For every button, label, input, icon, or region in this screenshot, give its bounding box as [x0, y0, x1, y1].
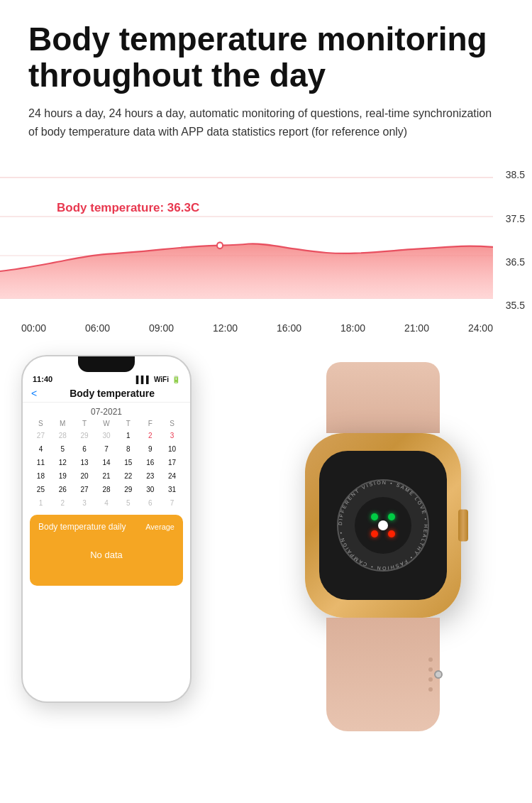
- x-label-2100: 21:00: [404, 322, 429, 334]
- phone-time: 11:40: [33, 375, 52, 383]
- svg-point-13: [388, 530, 395, 537]
- phone-screen: 11:40 ▌▌▌ WiFi 🔋 < Body temperature 07-2…: [23, 356, 190, 701]
- sensor-ring-svg: DIFFERENT VISION • SAME LOVE • HEALTHY •…: [333, 476, 433, 575]
- svg-point-11: [378, 520, 388, 530]
- body-temp-card: Body temperature daily Average No data: [30, 515, 183, 586]
- phone-mockup: 11:40 ▌▌▌ WiFi 🔋 < Body temperature 07-2…: [21, 355, 192, 703]
- calendar-header: S M T W T F S: [30, 420, 183, 427]
- y-label-3: 36.5: [506, 256, 525, 268]
- phone-date-label: 07-2021: [23, 403, 190, 420]
- svg-point-10: [388, 513, 395, 520]
- phone-screen-title: Body temperature: [43, 388, 182, 399]
- back-arrow-icon[interactable]: <: [31, 388, 37, 399]
- x-label-1600: 16:00: [277, 322, 301, 334]
- wifi-icon: WiFi: [154, 376, 169, 383]
- svg-point-9: [371, 513, 378, 520]
- main-title: Body temperature monitoring throughout t…: [28, 21, 504, 93]
- band-holes: [428, 657, 433, 692]
- signal-icon: ▌▌▌: [136, 376, 151, 383]
- smartwatch-container: DIFFERENT VISION • SAME LOVE • HEALTHY •…: [248, 362, 518, 760]
- y-label-4: 35.5: [506, 300, 525, 311]
- card-header-row: Body temperature daily Average: [38, 522, 174, 532]
- band-hole-1: [428, 657, 433, 662]
- svg-point-5: [218, 244, 222, 248]
- card-title: Body temperature daily: [38, 522, 126, 532]
- watch-assembly: DIFFERENT VISION • SAME LOVE • HEALTHY •…: [248, 362, 518, 731]
- chart-section: Body temperature: 36.3C 38.5 37.5 36.5 3…: [0, 162, 532, 318]
- x-label-0600: 06:00: [85, 322, 110, 334]
- phone-header-bar: < Body temperature: [23, 385, 190, 403]
- devices-section: 11:40 ▌▌▌ WiFi 🔋 < Body temperature 07-2…: [0, 334, 532, 774]
- subtitle: 24 hours a day, 24 hours a day, automati…: [28, 104, 504, 141]
- chart-area: [0, 162, 493, 318]
- chart-x-labels: 00:00 06:00 09:00 12:00 16:00 18:00 21:0…: [0, 318, 532, 334]
- chart-y-labels: 38.5 37.5 36.5 35.5: [506, 162, 525, 318]
- x-label-0000: 00:00: [21, 322, 46, 334]
- band-hole-4: [428, 687, 433, 692]
- chart-svg: [0, 162, 493, 318]
- y-label-1: 38.5: [506, 169, 525, 180]
- svg-point-12: [371, 530, 378, 537]
- phone-status-icons: ▌▌▌ WiFi 🔋: [136, 376, 180, 383]
- phone-status-bar: 11:40 ▌▌▌ WiFi 🔋: [23, 372, 190, 385]
- phone-notch: [78, 356, 135, 372]
- body-temp-label: Body temperature: 36.3C: [57, 201, 199, 215]
- x-label-1800: 18:00: [340, 322, 365, 334]
- watch-band-top: [326, 362, 440, 433]
- watch-case: DIFFERENT VISION • SAME LOVE • HEALTHY •…: [305, 433, 461, 618]
- x-label-2400: 24:00: [468, 322, 493, 334]
- today-cell: 14: [102, 459, 110, 466]
- card-avg: Average: [145, 523, 174, 531]
- battery-icon: 🔋: [172, 376, 180, 383]
- cal-row-3: 11 12 13 14 15 16 17: [30, 457, 183, 469]
- watch-band-bottom: [326, 618, 440, 731]
- y-label-2: 37.5: [506, 213, 525, 224]
- header-section: Body temperature monitoring throughout t…: [0, 0, 532, 155]
- cal-row-1: 27 28 29 30 1 2 3: [30, 430, 183, 442]
- band-button: [434, 670, 443, 679]
- watch-crown: [458, 510, 468, 542]
- calendar-grid: S M T W T F S 27 28 29 30 1: [23, 420, 190, 509]
- card-no-data: No data: [38, 550, 174, 560]
- x-label-1200: 12:00: [213, 322, 238, 334]
- band-hole-2: [428, 667, 433, 672]
- band-hole-3: [428, 677, 433, 682]
- cal-row-6: 1 2 3 4 5 6 7: [30, 497, 183, 509]
- watch-screen: DIFFERENT VISION • SAME LOVE • HEALTHY •…: [319, 451, 447, 600]
- cal-row-5: 25 26 27 28 29 30 31: [30, 484, 183, 496]
- page-wrapper: Body temperature monitoring throughout t…: [0, 0, 532, 774]
- cal-row-4: 18 19 20 21 22 23 24: [30, 470, 183, 482]
- cal-row-2: 4 5 6 7 8 9 10: [30, 443, 183, 455]
- x-label-0900: 09:00: [149, 322, 174, 334]
